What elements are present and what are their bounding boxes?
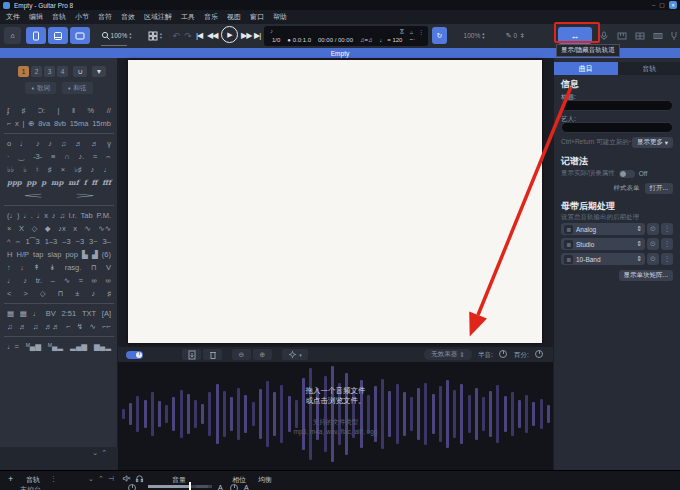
palette-symbol[interactable]: ▦: [7, 309, 14, 318]
palette-symbol[interactable]: ♫: [33, 322, 39, 331]
palette-symbol[interactable]: ×: [61, 165, 65, 174]
edit-tool-control[interactable]: ✎ 0 ǂ: [497, 27, 533, 44]
display-menu-icon[interactable]: ⋮: [418, 28, 424, 35]
title-input[interactable]: [561, 100, 673, 111]
menu-item-工具[interactable]: 工具: [181, 12, 195, 22]
home-button[interactable]: ⌂: [4, 27, 21, 44]
zoom-control[interactable]: 100% ▴▾: [94, 27, 138, 44]
palette-symbol[interactable]: ▂▄▆: [70, 342, 87, 351]
view-parchment-button[interactable]: [48, 27, 68, 44]
palette-symbol[interactable]: ʄ: [7, 106, 9, 115]
open-stylesheet-button[interactable]: 打开...: [645, 183, 673, 194]
palette-symbol[interactable]: %: [88, 106, 95, 115]
pan-knob[interactable]: [230, 484, 238, 490]
palette-symbol[interactable]: 2:51: [62, 309, 77, 318]
go-to-end-button[interactable]: ▶|: [254, 31, 260, 40]
mute-button[interactable]: [122, 474, 131, 483]
filter-button[interactable]: ▼: [92, 66, 106, 77]
lyrics-button[interactable]: ♦歌词: [25, 82, 56, 94]
solo-listen-button[interactable]: [135, 474, 144, 483]
palette-symbol[interactable]: (6): [102, 250, 111, 259]
palette-symbol[interactable]: ♪: [48, 139, 52, 148]
palette-symbol[interactable]: BV: [46, 309, 56, 318]
palette-symbol[interactable]: 8va: [38, 119, 50, 128]
palette-symbol[interactable]: ◇: [32, 224, 38, 233]
tempo-display[interactable]: ♩ = 120: [380, 37, 403, 43]
minimize-button[interactable]: –: [652, 1, 655, 9]
palette-symbol[interactable]: >: [23, 289, 27, 298]
tuner-panel-button[interactable]: [667, 27, 680, 44]
palette-symbol[interactable]: tap: [33, 250, 43, 259]
palette-symbol[interactable]: ♪: [91, 165, 95, 174]
chords-button[interactable]: ♦和弦: [62, 82, 93, 94]
palette-symbol[interactable]: V: [106, 263, 111, 272]
palette-symbol[interactable]: mf: [68, 178, 78, 187]
palette-symbol[interactable]: ♫: [7, 322, 13, 331]
palette-symbol[interactable]: ♪: [52, 211, 56, 220]
menu-item-窗口[interactable]: 窗口: [250, 12, 264, 22]
menu-item-音符[interactable]: 音符: [98, 12, 112, 22]
palette-symbol[interactable]: ‿: [18, 152, 24, 161]
menu-item-编辑[interactable]: 编辑: [29, 12, 43, 22]
palette-symbol[interactable]: ~3: [76, 237, 85, 246]
palette-symbol[interactable]: -3-: [33, 152, 42, 161]
play-button[interactable]: ▶: [221, 26, 238, 43]
view-screen-button[interactable]: [70, 27, 90, 44]
palette-symbol[interactable]: ♪.: [78, 152, 84, 161]
inspector-tab-音轨[interactable]: 音轨: [618, 62, 680, 75]
track-menu-icon[interactable]: ⋮: [50, 475, 57, 483]
undo-button[interactable]: ↶: [170, 27, 182, 44]
palette-symbol[interactable]: x: [15, 119, 19, 128]
palette-symbol[interactable]: |: [23, 119, 25, 128]
waveform-zoom-in-button[interactable]: ⊕: [253, 349, 272, 360]
palette-symbol[interactable]: ᴹ▄▂: [48, 342, 63, 351]
palette-symbol[interactable]: ♩: [33, 309, 41, 318]
palette-symbol[interactable]: ⊕: [28, 119, 34, 128]
delete-audio-button[interactable]: [203, 349, 222, 360]
palette-symbol[interactable]: ⌢: [16, 237, 21, 247]
relative-speed-control[interactable]: 100% ▴▾: [451, 27, 495, 44]
palette-symbol[interactable]: ♬: [19, 322, 27, 331]
palette-symbol[interactable]: ♩=: [7, 342, 19, 351]
palette-symbol[interactable]: ♭♭: [7, 165, 14, 174]
palette-symbol[interactable]: ᴹ▄▆: [26, 342, 41, 351]
view-page-button[interactable]: [26, 27, 46, 44]
palette-symbol[interactable]: 3~: [89, 237, 98, 246]
audio-waveform-area[interactable]: 拖入一个音频文件 或点击浏览文件。 支持的文件类型 mp3, m4a, wav,…: [118, 362, 553, 470]
palette-symbol[interactable]: ↡: [49, 263, 55, 272]
master-gain-knob[interactable]: [128, 484, 136, 490]
volume-automation-button[interactable]: A: [218, 484, 223, 490]
semitone-knob[interactable]: [499, 350, 507, 358]
palette-symbol[interactable]: x: [73, 224, 77, 233]
palette-symbol[interactable]: ♫: [59, 211, 65, 220]
palette-symbol[interactable]: 3–: [103, 237, 111, 246]
score-page[interactable]: [128, 60, 542, 343]
cents-knob[interactable]: [535, 350, 543, 358]
palette-symbol[interactable]: 1–3: [45, 237, 58, 246]
palette-symbol[interactable]: ⌐: [66, 322, 70, 331]
loop-button[interactable]: ↻: [432, 27, 447, 44]
palette-symbol[interactable]: ⊓: [58, 289, 64, 298]
waveform-zoom-out-button[interactable]: ⊖: [232, 349, 251, 360]
palette-symbol[interactable]: ‖: [72, 106, 75, 115]
layout-picker[interactable]: ▴▾: [142, 27, 168, 44]
palette-symbol[interactable]: |: [58, 106, 60, 115]
menu-item-区域注解[interactable]: 区域注解: [144, 12, 172, 22]
palette-symbol[interactable]: H: [7, 250, 12, 259]
zoom-stepper[interactable]: ▴▾: [129, 32, 131, 39]
palette-symbol[interactable]: ⌐: [7, 119, 11, 128]
add-track-button[interactable]: +: [8, 474, 13, 484]
show-more-button[interactable]: 显示更多 ▾: [632, 137, 673, 148]
palette-symbol[interactable]: tr.: [36, 276, 42, 285]
palette-symbol[interactable]: ♭♯: [74, 165, 81, 174]
palette-symbol[interactable]: o: [7, 139, 11, 148]
palette-symbol[interactable]: ♮: [36, 165, 39, 174]
artist-input[interactable]: [561, 122, 673, 133]
palette-symbol[interactable]: ♯: [107, 289, 111, 298]
menu-item-音乐[interactable]: 音乐: [204, 12, 218, 22]
palette-symbol[interactable]: ♩.: [23, 211, 33, 220]
palette-symbol[interactable]: ♩: [103, 165, 111, 174]
import-audio-button[interactable]: [182, 349, 201, 360]
chain-preset-select[interactable]: ≣Studio⇕: [561, 238, 645, 250]
chain-preset-select[interactable]: ≣10-Band⇕: [561, 253, 645, 265]
